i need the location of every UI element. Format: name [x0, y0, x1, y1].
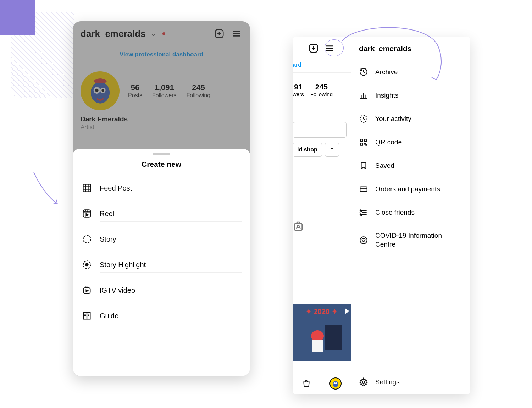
sheet-item-guide[interactable]: Guide	[73, 303, 250, 329]
menu-item-covid[interactable]: COVID-19 Information Centre	[351, 224, 470, 256]
insights-icon	[359, 91, 368, 100]
username-label[interactable]: dark_emeralds	[81, 28, 146, 39]
qr-icon	[359, 138, 368, 147]
add-shop-button-partial[interactable]: ld shop	[293, 143, 322, 157]
following-stat[interactable]: 245 Following	[186, 83, 210, 99]
menu-item-saved[interactable]: Saved	[351, 154, 470, 177]
svg-text:★: ★	[360, 213, 362, 216]
svg-rect-62	[360, 187, 367, 192]
chevron-down-button[interactable]	[325, 143, 339, 157]
hamburger-menu-button[interactable]	[325, 43, 335, 54]
svg-point-21	[83, 236, 91, 243]
svg-rect-44	[312, 340, 323, 352]
post-thumbnail[interactable]: ✦ 2020 ✦	[293, 304, 351, 361]
side-menu-panel: dark_emeralds Archive Insights Your acti…	[351, 37, 470, 394]
sheet-item-story-highlight[interactable]: Story Highlight	[73, 252, 250, 277]
profile-background-partial: ard 91 wers 245 Following ld shop ✦	[293, 37, 351, 394]
sheet-item-igtv[interactable]: IGTV video	[73, 277, 250, 303]
create-new-sheet: Create new Feed Post Reel Story	[73, 149, 250, 376]
create-button[interactable]	[213, 28, 225, 40]
posts-stat[interactable]: 56 Posts	[128, 83, 142, 99]
sheet-item-story[interactable]: Story	[73, 226, 250, 252]
menu-item-settings[interactable]: Settings	[351, 370, 470, 394]
heart-info-icon	[359, 236, 368, 245]
professional-dashboard-link[interactable]: View professional dashboard	[73, 45, 250, 65]
svg-rect-60	[364, 143, 365, 144]
story-icon	[82, 234, 92, 244]
svg-rect-59	[360, 143, 363, 145]
hamburger-menu-button[interactable]	[230, 28, 242, 40]
mobile-screen-create-sheet: dark_emeralds ⌄ View professional dashbo…	[73, 21, 250, 376]
svg-line-56	[364, 119, 365, 120]
svg-point-48	[334, 382, 336, 384]
decorative-square-purple	[0, 0, 35, 35]
profile-header: dark_emeralds ⌄	[73, 21, 250, 45]
settings-icon	[359, 377, 368, 387]
svg-text:✦ 2020 ✦: ✦ 2020 ✦	[306, 308, 338, 315]
reel-icon	[82, 209, 92, 219]
saved-icon	[359, 161, 368, 170]
followers-stat-partial[interactable]: 91 wers	[293, 83, 304, 97]
svg-point-49	[336, 382, 337, 384]
guide-icon	[82, 311, 92, 321]
menu-item-activity[interactable]: Your activity	[351, 107, 470, 131]
following-stat[interactable]: 245 Following	[310, 83, 333, 97]
followers-stat[interactable]: 1,091 Followers	[152, 83, 176, 99]
svg-point-69	[360, 237, 367, 244]
bio-role-label: Artist	[81, 124, 242, 131]
chevron-down-icon[interactable]: ⌄	[151, 30, 156, 38]
sheet-handle[interactable]	[153, 153, 170, 155]
menu-item-qr[interactable]: QR code	[351, 131, 470, 154]
profile-name-section: Dark Emeralds Artist	[73, 114, 250, 131]
svg-text:★: ★	[360, 209, 362, 212]
shop-tab-icon[interactable]	[302, 379, 311, 388]
bottom-nav-partial	[293, 373, 351, 394]
arrow-annotation-left	[28, 170, 64, 209]
profile-tab-avatar[interactable]	[329, 377, 342, 390]
notification-dot-icon	[162, 32, 165, 35]
card-icon	[359, 184, 368, 194]
display-name-label: Dark Emeralds	[81, 115, 242, 123]
svg-rect-58	[364, 139, 367, 142]
profile-stats-row: 56 Posts 1,091 Followers 245 Following	[73, 65, 250, 114]
menu-item-orders[interactable]: Orders and payments	[351, 177, 470, 201]
grid-icon	[82, 183, 92, 193]
sheet-item-reel[interactable]: Reel	[73, 201, 250, 226]
svg-rect-57	[360, 139, 363, 142]
sheet-item-feed-post[interactable]: Feed Post	[73, 175, 250, 201]
igtv-icon	[82, 285, 92, 295]
menu-item-close-friends[interactable]: ★★ Close friends	[351, 201, 470, 224]
svg-point-47	[333, 381, 338, 387]
svg-rect-42	[325, 325, 342, 350]
mobile-screen-side-menu: ard 91 wers 245 Following ld shop ✦	[293, 37, 470, 394]
svg-point-11	[101, 89, 104, 92]
tagged-tab-icon[interactable]	[293, 157, 351, 232]
svg-rect-17	[83, 210, 91, 217]
create-button[interactable]	[308, 43, 319, 54]
svg-point-10	[95, 88, 99, 92]
activity-icon	[359, 114, 368, 123]
sheet-title: Create new	[73, 160, 250, 175]
svg-point-70	[362, 381, 365, 384]
svg-rect-61	[366, 145, 367, 145]
arrow-annotation-right	[335, 25, 445, 89]
svg-rect-12	[83, 184, 91, 192]
avatar[interactable]	[81, 71, 120, 110]
close-friends-icon: ★★	[359, 208, 368, 217]
story-highlight-icon	[82, 260, 92, 270]
